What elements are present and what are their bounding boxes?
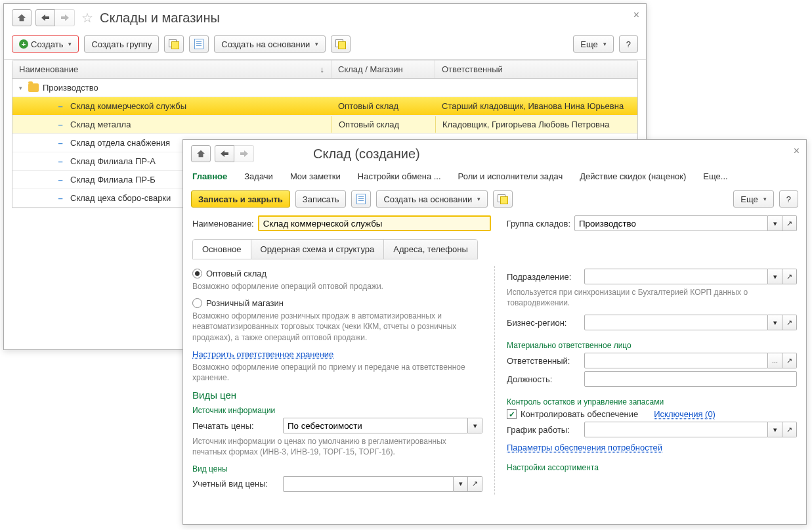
titlebar: Склад (создание)	[183, 140, 806, 167]
name-label: Наименование:	[192, 219, 254, 229]
select-button[interactable]: ...	[768, 353, 782, 368]
radio-icon[interactable]	[192, 298, 202, 308]
reports-button[interactable]	[493, 190, 513, 208]
control-checkbox[interactable]: ✓	[507, 409, 517, 419]
item-icon: –	[56, 101, 65, 111]
create-group-button[interactable]: Создать группу	[84, 35, 159, 53]
radio-checked-icon[interactable]	[192, 269, 202, 278]
print-prices-label: Печатать цены:	[192, 421, 279, 431]
open-button[interactable]: ↗	[782, 269, 797, 284]
tab-exchange[interactable]: Настройки обмена ...	[358, 167, 441, 185]
collapse-icon[interactable]: ▾	[19, 85, 28, 91]
open-button[interactable]: ↗	[782, 353, 797, 368]
create-button[interactable]: +Создать	[12, 35, 79, 53]
post-label: Должность:	[507, 374, 580, 384]
source-heading: Источник информации	[192, 406, 482, 415]
folder-label: Производство	[43, 83, 98, 93]
stock-heading: Контроль остатков и управление запасами	[507, 397, 797, 407]
dropdown-button[interactable]: ▾	[468, 418, 482, 433]
resp-input[interactable]	[584, 353, 768, 368]
tab-tasks[interactable]: Задачи	[244, 167, 273, 185]
radio-wholesale-row[interactable]: Оптовый склад	[192, 269, 482, 278]
subtab-main[interactable]: Основное	[193, 240, 251, 259]
subtab-order[interactable]: Ордерная схема и структура	[251, 240, 385, 259]
group-label: Группа складов:	[507, 219, 570, 229]
kind-input[interactable]	[283, 476, 454, 492]
help-button[interactable]: ?	[779, 190, 798, 208]
kind-combo: ▾ ↗	[283, 476, 482, 492]
cell-name: Склад цеха сборо-сварки	[70, 193, 171, 203]
folder-row[interactable]: ▾Производство	[12, 79, 637, 97]
save-button[interactable]: Записать	[295, 190, 347, 208]
dropdown-button[interactable]: ▾	[768, 215, 782, 231]
hint: Возможно оформление розничных продаж в а…	[192, 311, 482, 343]
region-input[interactable]	[584, 315, 768, 330]
more-button[interactable]: Еще	[573, 35, 613, 53]
post-input[interactable]	[584, 371, 797, 387]
create-based-button[interactable]: Создать на основании	[214, 35, 326, 53]
folder-icon	[28, 83, 39, 92]
tab-discounts[interactable]: Действие скидок (наценок)	[580, 167, 686, 185]
home-button[interactable]	[12, 9, 32, 26]
tab-notes[interactable]: Мои заметки	[290, 167, 341, 185]
reports-icon	[335, 39, 346, 49]
supply-params-link[interactable]: Параметры обеспечения потребностей	[507, 443, 662, 453]
titlebar: ☆ Склады и магазины	[4, 4, 646, 32]
close-icon[interactable]: ×	[633, 9, 639, 21]
hint: Возможно оформление операций оптовой про…	[192, 281, 482, 292]
back-button[interactable]	[215, 145, 234, 162]
tab-more[interactable]: Еще...	[703, 167, 727, 185]
help-button[interactable]: ?	[619, 35, 638, 53]
back-button[interactable]	[35, 9, 55, 26]
open-button[interactable]: ↗	[782, 315, 797, 330]
cell-name: Склад коммерческой службы	[70, 101, 186, 111]
favorite-icon[interactable]: ☆	[81, 10, 93, 26]
subtab-addr[interactable]: Адреса, телефоны	[384, 240, 477, 259]
col-type[interactable]: Склад / Магазин	[331, 60, 435, 78]
home-button[interactable]	[191, 145, 211, 162]
col-resp[interactable]: Ответственный	[435, 60, 637, 78]
schedule-input[interactable]	[584, 422, 768, 437]
region-label: Бизнес-регион:	[507, 318, 580, 328]
print-prices-input[interactable]	[283, 418, 468, 433]
hint: Используется при синхронизации с Бухгалт…	[507, 287, 797, 308]
create-based-button[interactable]: Создать на основании	[376, 190, 488, 208]
radio-retail-label: Розничный магазин	[206, 298, 284, 308]
save-close-button[interactable]: Записать и закрыть	[191, 190, 290, 208]
table-row[interactable]: –Склад коммерческой службы Оптовый склад…	[12, 97, 637, 116]
resp-storage-link[interactable]: Настроить ответственное хранение	[192, 349, 333, 359]
group-input[interactable]	[574, 215, 768, 231]
tab-main[interactable]: Главное	[192, 167, 227, 185]
reports-button[interactable]	[331, 35, 351, 53]
schedule-label: График работы:	[507, 425, 580, 435]
open-button[interactable]: ↗	[782, 422, 797, 437]
hint: Возможно оформление операций по приему и…	[192, 362, 482, 383]
cell-resp: Старший кладовщик, Иванова Нина Юрьевна	[435, 98, 637, 114]
more-button[interactable]: Еще	[733, 190, 773, 208]
list-button[interactable]	[351, 190, 371, 208]
dropdown-button[interactable]: ▾	[768, 269, 782, 284]
find-button[interactable]	[164, 35, 184, 53]
tab-roles[interactable]: Роли и исполнители задач	[458, 167, 563, 185]
cell-type: Оптовый склад	[331, 116, 435, 133]
open-button[interactable]: ↗	[468, 476, 482, 492]
dropdown-button[interactable]: ▾	[454, 476, 468, 492]
dropdown-button[interactable]: ▾	[768, 422, 782, 437]
item-icon: –	[56, 138, 65, 148]
name-input[interactable]	[258, 215, 491, 231]
fwd-button[interactable]	[234, 145, 254, 162]
reports-icon	[498, 194, 508, 204]
table-row[interactable]: –Склад металла Оптовый склад Кладовщик, …	[12, 116, 637, 134]
dropdown-button[interactable]: ▾	[768, 315, 782, 330]
left-col: Оптовый склад Возможно оформление операц…	[192, 266, 482, 495]
item-icon: –	[56, 193, 65, 203]
open-button[interactable]: ↗	[782, 215, 797, 231]
list-button[interactable]	[189, 35, 209, 53]
dept-input[interactable]	[584, 269, 768, 284]
col-name[interactable]: Наименование↓	[12, 60, 331, 78]
fwd-button[interactable]	[55, 9, 75, 26]
close-icon[interactable]: ×	[794, 145, 800, 157]
exceptions-link[interactable]: Исключения (0)	[654, 409, 716, 419]
radio-retail-row[interactable]: Розничный магазин	[192, 298, 482, 308]
kind-heading: Вид цены	[192, 464, 482, 474]
